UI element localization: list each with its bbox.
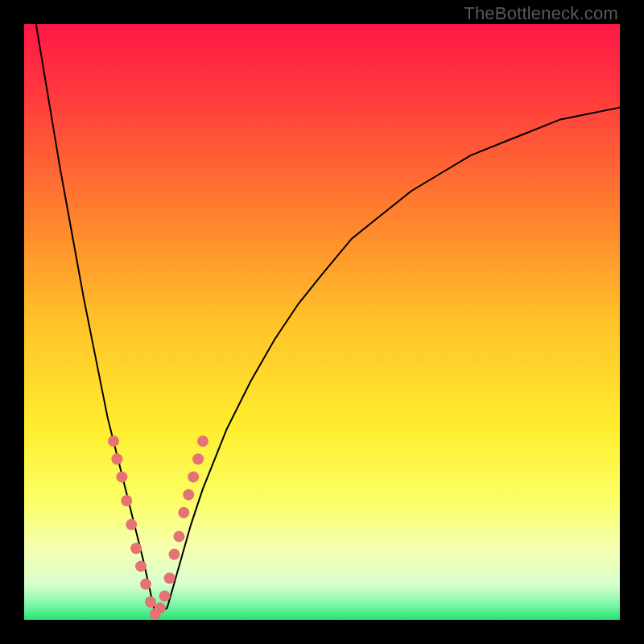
- data-dot: [140, 579, 151, 590]
- plot-area: [24, 24, 620, 620]
- data-dot: [116, 471, 127, 482]
- watermark-text: TheBottleneck.com: [464, 3, 618, 24]
- data-dot: [126, 519, 137, 530]
- data-dot: [108, 436, 119, 447]
- data-dot: [135, 560, 147, 572]
- data-dot: [188, 471, 199, 482]
- data-dot: [121, 495, 132, 506]
- data-dot: [111, 453, 122, 464]
- data-dot: [197, 436, 208, 447]
- data-dot: [164, 572, 175, 584]
- data-dot: [178, 507, 189, 518]
- dot-layer: [108, 436, 208, 620]
- chart-frame: TheBottleneck.com: [0, 0, 644, 644]
- data-dot: [130, 543, 142, 554]
- bottleneck-curve: [24, 24, 620, 620]
- curve-path: [36, 24, 620, 614]
- data-dot: [173, 530, 184, 542]
- data-dot: [192, 453, 204, 464]
- data-dot: [169, 549, 180, 560]
- data-dot: [145, 597, 156, 608]
- data-dot: [155, 602, 166, 613]
- data-dot: [159, 590, 171, 601]
- data-dot: [183, 489, 194, 501]
